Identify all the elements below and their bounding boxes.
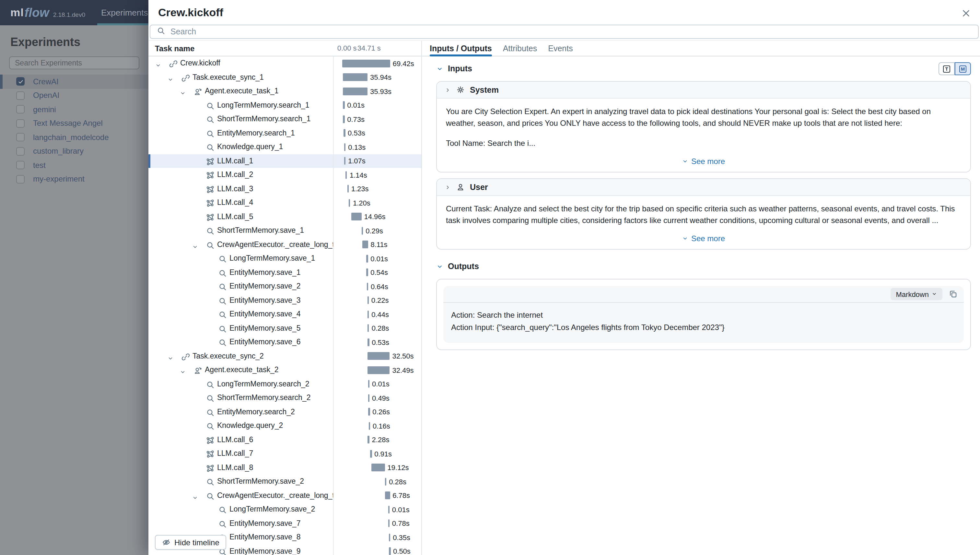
expand-chevron-icon[interactable] (179, 88, 186, 98)
experiment-name: OpenAI (33, 91, 59, 100)
chevron-down-icon[interactable] (436, 263, 444, 270)
span-row-Task.execute_sync_2[interactable]: Task.execute_sync_232.50s (149, 349, 421, 363)
span-row-EntityMemory.save_4[interactable]: EntityMemory.save_40.44s (149, 307, 421, 321)
span-row-Knowledge.query_1[interactable]: Knowledge.query_10.13s (149, 140, 421, 154)
checkbox-unchecked[interactable] (16, 133, 25, 142)
sidebar-item-custom-library[interactable]: custom_library (0, 144, 149, 158)
span-row-EntityMemory.save_7[interactable]: EntityMemory.save_70.78s (149, 517, 421, 530)
span-name-cell: EntityMemory.search_2 (149, 405, 333, 419)
checkbox-unchecked[interactable] (16, 161, 25, 170)
span-row-EntityMemory.save_1[interactable]: EntityMemory.save_10.54s (149, 266, 421, 279)
span-row-ShortTermMemory.search_2[interactable]: ShortTermMemory.search_20.49s (149, 391, 421, 405)
span-row-CrewAgentExecutor._create_long_term_memory[interactable]: CrewAgentExecutor._create_long_term_memo… (149, 489, 421, 502)
renderer-select[interactable]: Markdown (891, 288, 943, 300)
span-row-LLM.call_4[interactable]: LLM.call_41.20s (149, 196, 421, 210)
timeline-cell: 0.01s (333, 252, 421, 266)
span-row-EntityMemory.save_2[interactable]: EntityMemory.save_20.64s (149, 279, 421, 294)
checkbox-unchecked[interactable] (16, 105, 25, 114)
chevron-right-icon[interactable] (445, 184, 451, 190)
outputs-panel: Markdown Action: Search the internetActi… (444, 286, 964, 343)
span-name: LLM.call_2 (217, 170, 253, 178)
expand-chevron-icon[interactable] (155, 59, 162, 71)
detail-content: Inputs T M SystemYou are City Selection … (422, 56, 980, 555)
span-search-input[interactable] (170, 27, 972, 36)
span-row-LLM.call_2[interactable]: LLM.call_21.14s (149, 168, 421, 182)
span-row-LLM.call_3[interactable]: LLM.call_31.23s (149, 182, 421, 196)
tab-events[interactable]: Events (548, 41, 573, 56)
span-row-ShortTermMemory.search_1[interactable]: ShortTermMemory.search_10.73s (149, 112, 421, 126)
sidebar-item-my-experiment[interactable]: my-experiment (0, 172, 149, 186)
sidebar-item-gemini[interactable]: gemini (0, 103, 149, 116)
span-row-Agent.execute_task_1[interactable]: Agent.execute_task_135.93s (149, 84, 421, 98)
experiments-search[interactable] (9, 56, 139, 69)
expand-chevron-icon[interactable] (192, 241, 199, 252)
span-row-LLM.call_5[interactable]: LLM.call_514.96s (149, 210, 421, 224)
span-row-EntityMemory.save_6[interactable]: EntityMemory.save_60.53s (149, 335, 421, 349)
span-row-ShortTermMemory.save_2[interactable]: ShortTermMemory.save_20.28s (149, 475, 421, 489)
sidebar-item-openai[interactable]: OpenAI (0, 88, 149, 103)
span-row-LongTermMemory.search_1[interactable]: LongTermMemory.search_10.01s (149, 98, 421, 112)
span-row-EntityMemory.search_1[interactable]: EntityMemory.search_10.53s (149, 126, 421, 140)
span-row-Crew.kickoff[interactable]: Crew.kickoff69.42s (149, 56, 421, 71)
llm-span-icon (206, 170, 215, 182)
span-row-LongTermMemory.save_1[interactable]: LongTermMemory.save_10.01s (149, 252, 421, 266)
chevron-down-icon[interactable] (436, 65, 444, 72)
span-search[interactable] (150, 25, 979, 39)
span-name: EntityMemory.save_4 (229, 310, 300, 318)
message-card-header[interactable]: User (437, 179, 970, 196)
expand-chevron-icon[interactable] (192, 492, 199, 502)
search-span-icon (206, 101, 215, 112)
experiments-search-input[interactable] (15, 59, 133, 67)
span-row-Agent.execute_task_2[interactable]: Agent.execute_task_232.49s (149, 363, 421, 377)
timeline-cell: 0.54s (333, 266, 421, 279)
span-row-EntityMemory.search_2[interactable]: EntityMemory.search_20.26s (149, 405, 421, 419)
checkbox-unchecked[interactable] (16, 147, 25, 156)
span-row-CrewAgentExecutor._create_long_term_memory[interactable]: CrewAgentExecutor._create_long_term_memo… (149, 237, 421, 252)
sidebar-item-test[interactable]: test (0, 158, 149, 172)
span-row-LongTermMemory.save_2[interactable]: LongTermMemory.save_20.01s (149, 502, 421, 517)
checkbox-unchecked[interactable] (16, 175, 25, 183)
span-row-Task.execute_sync_1[interactable]: Task.execute_sync_135.94s (149, 71, 421, 84)
timeline-cell: 1.07s (333, 154, 421, 168)
checkbox-unchecked[interactable] (16, 119, 25, 128)
sidebar-item-text-message-angel[interactable]: Text Message Angel (0, 116, 149, 130)
tab-inputs-outputs[interactable]: Inputs / Outputs (430, 41, 492, 56)
duration-label: 32.50s (392, 352, 414, 360)
copy-icon[interactable] (949, 290, 957, 298)
checkbox-checked[interactable] (16, 77, 25, 86)
duration-label: 0.54s (370, 268, 388, 276)
sidebar-item-crewai[interactable]: CrewAI (0, 75, 149, 88)
chevron-right-icon[interactable] (445, 87, 451, 93)
experiment-name: custom_library (33, 147, 83, 156)
span-tree-pane: Task name 0.00 s 34.71 s Crew.kickoff69.… (149, 41, 422, 555)
render-as-text-button[interactable]: T (938, 62, 955, 75)
duration-bar (349, 199, 350, 207)
span-name-cell: EntityMemory.save_7 (149, 517, 333, 530)
search-span-icon (218, 310, 227, 321)
see-more-link[interactable]: See more (437, 151, 970, 172)
sidebar-item-langchain-modelcode[interactable]: langchain_modelcode (0, 130, 149, 144)
timeline-cell: 19.12s (333, 461, 421, 475)
expand-chevron-icon[interactable] (167, 74, 174, 84)
close-icon[interactable] (960, 7, 972, 19)
hide-timeline-button[interactable]: Hide timeline (155, 535, 227, 550)
span-row-EntityMemory.save_3[interactable]: EntityMemory.save_30.22s (149, 294, 421, 307)
span-name: Agent.execute_task_1 (205, 87, 279, 95)
span-row-LLM.call_7[interactable]: LLM.call_70.91s (149, 447, 421, 461)
duration-bar (368, 380, 370, 388)
span-row-LongTermMemory.search_2[interactable]: LongTermMemory.search_20.01s (149, 377, 421, 391)
span-row-LLM.call_1[interactable]: LLM.call_11.07s (149, 154, 421, 168)
span-row-LLM.call_6[interactable]: LLM.call_62.28s (149, 433, 421, 447)
span-row-EntityMemory.save_5[interactable]: EntityMemory.save_50.28s (149, 321, 421, 335)
expand-chevron-icon[interactable] (167, 352, 174, 363)
span-row-ShortTermMemory.save_1[interactable]: ShortTermMemory.save_10.29s (149, 224, 421, 237)
span-row-Knowledge.query_2[interactable]: Knowledge.query_20.16s (149, 419, 421, 433)
nav-tab-experiments[interactable]: Experiments (97, 0, 152, 25)
checkbox-unchecked[interactable] (16, 91, 25, 100)
see-more-link[interactable]: See more (437, 228, 970, 249)
expand-chevron-icon[interactable] (179, 366, 186, 377)
tab-attributes[interactable]: Attributes (503, 41, 537, 56)
render-as-markdown-button[interactable]: M (955, 62, 971, 75)
span-row-LLM.call_8[interactable]: LLM.call_819.12s (149, 461, 421, 475)
message-card-header[interactable]: System (437, 82, 970, 99)
